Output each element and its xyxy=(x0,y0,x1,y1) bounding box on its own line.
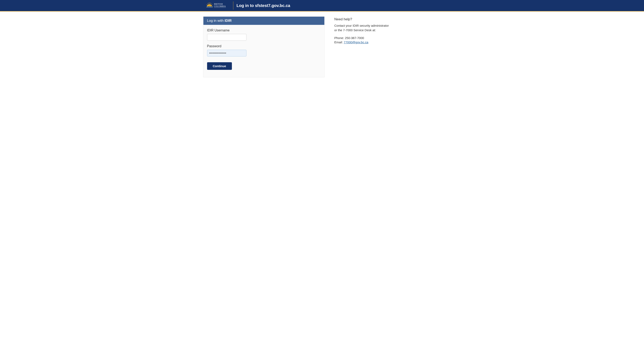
svg-line-1 xyxy=(208,3,208,4)
help-phone-value: 250-387-7000 xyxy=(345,36,364,40)
header-inner: BRITISH COLUMBIA Log in to sfstest7.gov.… xyxy=(199,2,445,10)
help-title: Need help? xyxy=(334,17,441,21)
bc-sun-mountain-icon: BRITISH COLUMBIA xyxy=(203,2,230,9)
logo-text-top: BRITISH xyxy=(214,3,223,5)
logo-text-bottom: COLUMBIA xyxy=(214,5,226,8)
app-header: BRITISH COLUMBIA Log in to sfstest7.gov.… xyxy=(0,0,644,12)
svg-line-5 xyxy=(208,3,209,4)
username-input[interactable] xyxy=(207,34,246,41)
help-email-label: Email: xyxy=(334,41,343,44)
svg-line-2 xyxy=(211,3,212,4)
help-text-line1: Contact your IDIR security administrator xyxy=(334,24,389,27)
help-text-line2: or the 7-7000 Service Desk at: xyxy=(334,28,376,32)
login-panel-body: IDIR Username Password Continue xyxy=(204,25,324,77)
login-panel: Log in with IDIR IDIR Username Password … xyxy=(203,17,324,77)
help-email-link[interactable]: 77000@gov.bc.ca xyxy=(344,41,368,44)
login-panel-header: Log in with IDIR xyxy=(204,17,324,25)
password-input[interactable] xyxy=(207,50,246,57)
help-contact: Phone: 250-387-7000 Email: 77000@gov.bc.… xyxy=(334,36,441,45)
page-title: Log in to sfstest7.gov.bc.ca xyxy=(233,3,290,8)
svg-line-3 xyxy=(206,5,207,5)
svg-line-4 xyxy=(212,5,212,5)
password-label: Password xyxy=(207,44,321,48)
main-container: Log in with IDIR IDIR Username Password … xyxy=(199,12,445,82)
login-panel-title-prefix: Log in with xyxy=(207,19,224,23)
help-panel: Need help? Contact your IDIR security ad… xyxy=(334,17,441,45)
svg-line-6 xyxy=(210,3,210,4)
login-panel-title-idir: IDIR xyxy=(225,19,232,23)
username-group: IDIR Username xyxy=(207,29,321,41)
password-group: Password xyxy=(207,44,321,57)
username-label: IDIR Username xyxy=(207,29,321,32)
help-phone-label: Phone: xyxy=(334,36,344,40)
help-text: Contact your IDIR security administrator… xyxy=(334,24,441,33)
continue-button[interactable]: Continue xyxy=(207,62,232,70)
bc-logo: BRITISH COLUMBIA xyxy=(203,2,233,10)
